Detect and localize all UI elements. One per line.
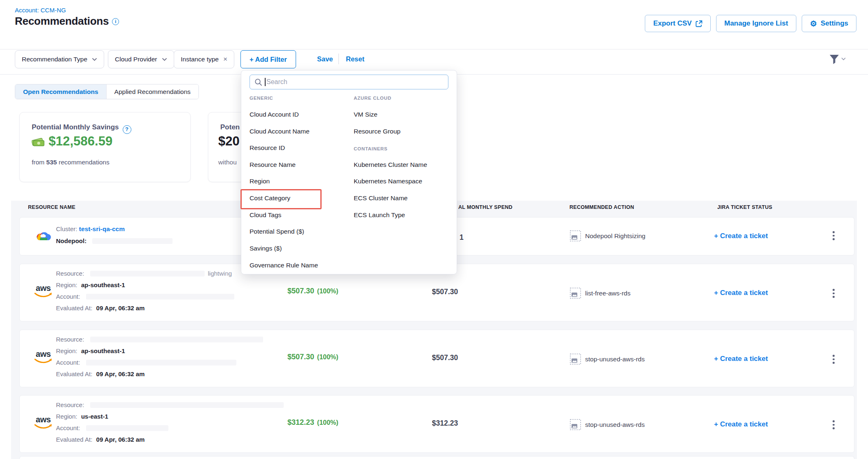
account-line: Account:	[56, 424, 168, 431]
account-label: Account:	[56, 424, 80, 431]
resource-label: Resource:	[56, 401, 84, 408]
export-csv-label: Export CSV	[653, 19, 692, 28]
section-title-azure-cloud: AZURE CLOUD	[354, 96, 391, 101]
filter-chip-recommendation-type[interactable]: Recommendation Type	[15, 50, 104, 68]
recommended-action: stop-unused-aws-rds	[570, 419, 645, 430]
chip-label: Recommendation Type	[22, 56, 87, 63]
region-label: Region:	[56, 281, 77, 288]
evaluated-label: Evaluated At:	[56, 370, 92, 377]
tab-applied-recommendations[interactable]: Applied Recommendations	[106, 84, 198, 99]
create-ticket-link[interactable]: + Create a ticket	[714, 289, 768, 297]
evaluated-label: Evaluated At:	[56, 304, 92, 311]
region-line: Region: us-east-1	[56, 413, 108, 420]
manage-ignore-list-button[interactable]: Manage Ignore List	[716, 15, 796, 32]
create-ticket-link[interactable]: + Create a ticket	[714, 232, 768, 240]
broken-image-icon	[570, 354, 581, 365]
table-row[interactable]: aws Resource: Region: ap-southeast-1 Acc…	[19, 330, 854, 387]
filter-panel-toggle[interactable]	[828, 53, 846, 65]
dropdown-item-governance-rule-name[interactable]: Governance Rule Name	[250, 262, 318, 269]
create-ticket-link[interactable]: + Create a ticket	[714, 355, 768, 363]
redacted-value	[90, 271, 205, 276]
column-header-recommended-action: RECOMMENDED ACTION	[569, 204, 634, 210]
recommended-action: list-free-aws-rds	[570, 288, 630, 299]
dropdown-item-ecs-launch-type[interactable]: ECS Launch Type	[354, 211, 405, 219]
recommended-action: stop-unused-aws-rds	[570, 354, 645, 365]
info-icon[interactable]: i	[112, 18, 119, 25]
save-filter-button[interactable]: Save	[317, 55, 333, 63]
close-icon[interactable]: ×	[223, 57, 227, 61]
savings-subtitle: from 535 recommendations	[32, 159, 110, 166]
region-line: Region: ap-southeast-1	[56, 347, 125, 354]
row-menu-button[interactable]	[831, 287, 836, 300]
dropdown-item-resource-group[interactable]: Resource Group	[354, 128, 401, 135]
savings-cell: $507.30(100%)	[287, 353, 338, 361]
help-icon[interactable]: ?	[123, 125, 131, 134]
column-header-resource-name: RESOURCE NAME	[28, 204, 75, 210]
dropdown-item-cloud-tags[interactable]: Cloud Tags	[250, 211, 281, 219]
manage-ignore-list-label: Manage Ignore List	[724, 19, 788, 28]
potential-monthly-savings-card: Potential Monthly Savings? $12,586.59 fr…	[19, 112, 191, 182]
dropdown-item-vm-size[interactable]: VM Size	[354, 111, 378, 118]
region-value: us-east-1	[81, 413, 108, 420]
aws-icon: aws	[33, 284, 53, 300]
dropdown-item-kubernetes-cluster-name[interactable]: Kubernetes Cluster Name	[354, 161, 427, 169]
action-label: stop-unused-aws-rds	[585, 421, 645, 429]
row-menu-button[interactable]	[831, 419, 836, 431]
resource-line: Resource:	[56, 336, 263, 343]
create-ticket-link[interactable]: + Create a ticket	[714, 420, 768, 429]
gcp-icon	[35, 229, 51, 242]
column-header-total-monthly-spend: AL MONTHLY SPEND	[458, 204, 513, 210]
gear-icon: ⚙	[810, 20, 817, 28]
evaluated-value: 09 Apr, 06:32 am	[96, 304, 145, 311]
dropdown-item-ecs-cluster-name[interactable]: ECS Cluster Name	[354, 194, 408, 202]
text-cursor	[265, 78, 266, 86]
savings-percent: (100%)	[317, 354, 338, 361]
subtitle-count: 535	[46, 159, 57, 166]
external-link-icon	[695, 20, 702, 27]
dropdown-item-cloud-account-id[interactable]: Cloud Account ID	[250, 111, 299, 118]
resource-label: Resource:	[56, 270, 84, 277]
page-title-text: Recommendations	[15, 15, 109, 27]
redacted-value	[86, 360, 236, 365]
table-row[interactable]: aws Resource: Region: us-east-1 Account:…	[19, 395, 854, 453]
action-label: list-free-aws-rds	[585, 290, 630, 297]
column-header-jira-ticket-status: JIRA TICKET STATUS	[717, 204, 772, 210]
card-subtitle-partial: withou	[218, 159, 237, 166]
dropdown-item-potential-spend[interactable]: Potential Spend ($)	[250, 228, 304, 235]
dropdown-item-resource-id[interactable]: Resource ID	[250, 144, 285, 152]
savings-cell: $507.30(100%)	[287, 287, 338, 295]
resource-line: Resource: lightwing	[56, 270, 232, 277]
add-filter-dropdown: GENERIC Cloud Account ID Cloud Account N…	[241, 70, 457, 274]
spend-value: $507.30	[432, 288, 458, 296]
savings-amount: $507.30	[287, 287, 314, 295]
savings-amount: $312.23	[287, 418, 314, 426]
reset-filter-button[interactable]: Reset	[346, 55, 364, 63]
row-menu-button[interactable]	[831, 353, 836, 365]
action-label: Nodepool Rightsizing	[585, 232, 645, 240]
breadcrumb[interactable]: Account: CCM-NG	[15, 7, 66, 14]
settings-button[interactable]: ⚙ Settings	[802, 15, 856, 32]
add-filter-button[interactable]: + Add Filter	[240, 50, 296, 68]
tab-open-recommendations[interactable]: Open Recommendations	[15, 84, 106, 99]
dropdown-item-cloud-account-name[interactable]: Cloud Account Name	[250, 128, 310, 135]
chip-label: Instance type	[181, 56, 219, 63]
chevron-down-icon	[841, 57, 846, 61]
dropdown-item-region[interactable]: Region	[250, 178, 270, 185]
evaluated-line: Evaluated At: 09 Apr, 06:32 am	[56, 370, 145, 377]
filter-chip-instance-type[interactable]: Instance type ×	[174, 50, 234, 68]
cluster-link[interactable]: test-sri-qa-ccm	[79, 225, 125, 232]
row-menu-button[interactable]	[831, 230, 836, 242]
dropdown-item-kubernetes-namespace[interactable]: Kubernetes Namespace	[354, 178, 422, 185]
dropdown-search	[250, 75, 448, 89]
savings-percent: (100%)	[317, 419, 338, 426]
spend-value: $507.30	[432, 354, 458, 362]
dropdown-item-resource-name[interactable]: Resource Name	[250, 161, 296, 169]
dropdown-item-savings[interactable]: Savings ($)	[250, 245, 282, 252]
evaluated-line: Evaluated At: 09 Apr, 06:32 am	[56, 304, 145, 311]
resource-line: Resource:	[56, 401, 284, 408]
card-title-text: Potential Monthly Savings	[32, 123, 119, 131]
account-line: Account:	[56, 359, 236, 366]
search-input[interactable]	[250, 75, 448, 89]
filter-chip-cloud-provider[interactable]: Cloud Provider	[108, 50, 174, 68]
export-csv-button[interactable]: Export CSV	[645, 15, 711, 32]
